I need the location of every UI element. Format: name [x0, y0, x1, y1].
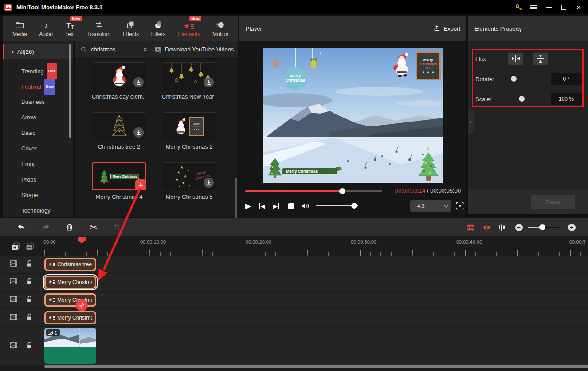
split-elements-toggle[interactable] [480, 218, 493, 236]
delete-button[interactable] [63, 218, 76, 236]
sidebar-item-basic[interactable]: Basic [3, 125, 73, 141]
toolbar-elements[interactable]: New ★ Elements [178, 20, 200, 37]
overlay-hanging-ornaments[interactable]: ★ MerryChristmas + + [267, 48, 325, 95]
sidebar-item-technology[interactable]: Technology [3, 203, 73, 218]
sidebar-item-all[interactable]: ▾ All(26) [3, 44, 73, 59]
lock-icon[interactable] [27, 278, 32, 287]
sidebar-item-shape[interactable]: Shape [3, 187, 73, 203]
timeline-clip-christmas-tree[interactable]: ★Christmas tree [44, 258, 96, 271]
rotate-value[interactable]: 0 ° [551, 73, 582, 85]
lock-icon[interactable] [27, 260, 32, 269]
scale-value[interactable]: 100 % [551, 93, 582, 105]
zoom-handle[interactable] [539, 224, 545, 230]
download-youtube-link[interactable]: Download YouTube Videos [154, 46, 234, 53]
stop-button[interactable] [288, 197, 294, 215]
element-card-merry-4[interactable]: Merry Christmas + Merry Christmas 4 [92, 162, 146, 200]
volume-button[interactable] [301, 197, 310, 215]
previous-frame-button[interactable]: ◀ [259, 197, 265, 215]
sidebar-item-props[interactable]: Props [3, 172, 73, 187]
flip-label: Flip: [475, 55, 503, 62]
download-button[interactable] [204, 77, 214, 87]
sidebar-item-trending[interactable]: TrendingHot [3, 63, 73, 79]
audio-wave-toggle[interactable] [495, 218, 508, 236]
elements-scrollbar[interactable] [235, 178, 237, 220]
timeline-clip-merry-christmas-selected[interactable]: ★Merry Christma [44, 276, 96, 289]
flip-horizontal-button[interactable] [508, 53, 523, 65]
seek-handle[interactable] [339, 188, 345, 194]
sidebar-item-cover[interactable]: Cover [3, 141, 73, 156]
video-preview[interactable]: ★ MerryChristmas + + Merry Christmas !!!… [263, 48, 443, 183]
element-card-tree-2[interactable]: Christmas tree 2 [92, 112, 146, 150]
crop-button[interactable] [110, 218, 124, 236]
overlay-santa-board[interactable]: Merry Christmas !!! ▲ ▲ ▲ [391, 51, 441, 86]
timeline-zoom-slider[interactable] [528, 227, 561, 228]
toolbar-filters[interactable]: Filters [151, 20, 166, 37]
rotate-slider[interactable] [511, 76, 537, 82]
undo-button[interactable] [15, 218, 28, 236]
zoom-in-button[interactable]: + [565, 218, 578, 236]
split-here-chip[interactable]: ✂ [76, 299, 88, 311]
sidebar-item-festival[interactable]: FestivalNew [3, 79, 73, 94]
sidebar-item-emoji[interactable]: Emoji [3, 156, 73, 172]
lock-icon[interactable] [27, 342, 32, 351]
track-type-film-icon [10, 278, 17, 287]
play-button[interactable]: ▶ [245, 197, 251, 215]
lock-icon[interactable] [27, 296, 32, 304]
zoom-out-button[interactable]: − [512, 218, 525, 236]
collapse-track-button[interactable] [26, 242, 35, 251]
split-button[interactable]: ✂ [87, 218, 100, 236]
volume-slider[interactable] [316, 205, 358, 206]
export-button[interactable]: Export [433, 25, 460, 32]
timeline-clip-merry-christmas-3[interactable]: ★Merry Christma [44, 311, 96, 324]
toolbar-audio[interactable]: ♪ Audio [39, 20, 53, 37]
download-button[interactable] [133, 77, 144, 87]
element-card-merry-5[interactable]: ★ ★ ★ ★ ★ ★ ★ ★ MerryChristmas Merry Chr… [162, 162, 216, 200]
sidebar-scrollbar[interactable] [69, 44, 71, 138]
add-to-timeline-button[interactable]: + [135, 179, 146, 190]
search-input[interactable]: christmas × [81, 46, 147, 54]
clear-search-icon[interactable]: × [143, 46, 147, 54]
lock-icon[interactable] [27, 313, 32, 322]
redo-button[interactable] [39, 218, 52, 236]
elements-track-toggle[interactable] [464, 218, 477, 236]
toolbar-motion[interactable]: Motion [212, 20, 228, 37]
timeline-clip-merry-christmas-2[interactable]: ★Merry Christma [44, 293, 96, 307]
video-track: 1 [0, 327, 588, 365]
menu-button[interactable] [526, 0, 541, 14]
audio-icon: ♪ [44, 20, 48, 30]
minimize-button[interactable] [541, 0, 556, 14]
playhead-handle[interactable] [78, 237, 86, 244]
add-track-button[interactable] [12, 242, 20, 251]
element-clip-icon: ★ [48, 280, 55, 285]
download-button[interactable] [204, 178, 214, 188]
maximize-button[interactable] [556, 0, 571, 14]
next-frame-button[interactable]: ▶ [273, 197, 279, 215]
fullscreen-button[interactable] [455, 201, 464, 212]
scale-slider[interactable] [511, 96, 537, 102]
effects-icon [126, 20, 136, 30]
volume-handle[interactable] [351, 203, 357, 209]
license-key-button[interactable] [511, 0, 526, 14]
download-button[interactable] [133, 127, 144, 138]
timeline-horizontal-scrollbar[interactable] [44, 365, 588, 368]
toolbar-transition[interactable]: Transition [87, 20, 110, 37]
element-card-christmas-day[interactable]: Christmas day elem... [92, 62, 146, 100]
scissors-icon: ✂ [78, 301, 86, 309]
toolbar-media[interactable]: Media [12, 20, 27, 37]
toolbar-text[interactable]: New TT Text [65, 20, 75, 37]
sidebar-item-business[interactable]: Business [3, 94, 73, 110]
flip-vertical-button[interactable] [533, 53, 548, 65]
reset-button[interactable]: Reset [531, 195, 575, 209]
seek-bar[interactable] [245, 190, 382, 192]
element-card-new-year-1[interactable]: Christmas New Year 1 [162, 62, 216, 100]
element-card-merry-2[interactable]: Merry Christmas ▲▲▲ Merry Christmas 2 [162, 112, 216, 150]
overlay-tree-banner[interactable]: Merry Christmas [267, 154, 342, 179]
overlay-corner-tree[interactable]: ★ [417, 146, 440, 181]
sidebar-item-arrow[interactable]: Arrow [3, 110, 73, 125]
aspect-ratio-dropdown[interactable]: 4:3 [410, 200, 451, 212]
element-name: Merry Christmas 4 [92, 193, 146, 200]
toolbar-effects[interactable]: Effects [123, 20, 139, 37]
close-button[interactable]: × [571, 0, 586, 14]
collapse-panel-tab[interactable]: › [468, 109, 474, 134]
timeline-video-clip[interactable]: 1 [44, 328, 96, 364]
